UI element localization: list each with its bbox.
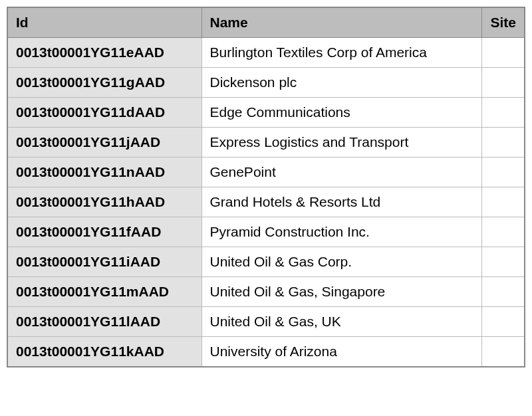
cell-id: 0013t00001YG11dAAD (7, 98, 201, 128)
table-row[interactable]: 0013t00001YG11eAADBurlington Textiles Co… (7, 38, 525, 68)
cell-site (482, 307, 525, 337)
cell-site (482, 38, 525, 68)
cell-id: 0013t00001YG11fAAD (7, 217, 201, 247)
table-row[interactable]: 0013t00001YG11dAADEdge Communications (7, 98, 525, 128)
cell-site (482, 128, 525, 157)
data-table-container: Id Name Site 0013t00001YG11eAADBurlingto… (7, 7, 525, 367)
table-row[interactable]: 0013t00001YG11jAADExpress Logistics and … (7, 128, 525, 157)
cell-site (482, 187, 525, 217)
table-row[interactable]: 0013t00001YG11fAADPyramid Construction I… (7, 217, 525, 247)
cell-name: Dickenson plc (201, 68, 482, 98)
cell-name: Edge Communications (201, 98, 482, 128)
cell-id: 0013t00001YG11eAAD (7, 38, 201, 68)
table-row[interactable]: 0013t00001YG11nAADGenePoint (7, 157, 525, 187)
cell-site (482, 247, 525, 277)
cell-site (482, 98, 525, 128)
table-row[interactable]: 0013t00001YG11kAADUniversity of Arizona (7, 337, 525, 367)
cell-name: University of Arizona (201, 337, 482, 367)
cell-site (482, 337, 525, 367)
cell-id: 0013t00001YG11iAAD (7, 247, 201, 277)
cell-name: Grand Hotels & Resorts Ltd (201, 187, 482, 217)
cell-name: United Oil & Gas Corp. (201, 247, 482, 277)
cell-name: GenePoint (201, 157, 482, 187)
cell-name: United Oil & Gas, UK (201, 307, 482, 337)
cell-id: 0013t00001YG11gAAD (7, 68, 201, 98)
cell-id: 0013t00001YG11mAAD (7, 277, 201, 307)
cell-id: 0013t00001YG11kAAD (7, 337, 201, 367)
table-row[interactable]: 0013t00001YG11lAADUnited Oil & Gas, UK (7, 307, 525, 337)
table-row[interactable]: 0013t00001YG11hAADGrand Hotels & Resorts… (7, 187, 525, 217)
data-table: Id Name Site 0013t00001YG11eAADBurlingto… (7, 7, 525, 367)
cell-id: 0013t00001YG11nAAD (7, 157, 201, 187)
cell-name: Express Logistics and Transport (201, 128, 482, 157)
table-body: 0013t00001YG11eAADBurlington Textiles Co… (7, 38, 525, 367)
cell-id: 0013t00001YG11hAAD (7, 187, 201, 217)
column-header-name[interactable]: Name (201, 7, 482, 38)
cell-site (482, 157, 525, 187)
table-row[interactable]: 0013t00001YG11mAADUnited Oil & Gas, Sing… (7, 277, 525, 307)
cell-name: Burlington Textiles Corp of America (201, 38, 482, 68)
cell-site (482, 68, 525, 98)
cell-name: Pyramid Construction Inc. (201, 217, 482, 247)
table-row[interactable]: 0013t00001YG11gAADDickenson plc (7, 68, 525, 98)
column-header-site[interactable]: Site (482, 7, 525, 38)
cell-site (482, 277, 525, 307)
cell-name: United Oil & Gas, Singapore (201, 277, 482, 307)
cell-id: 0013t00001YG11jAAD (7, 128, 201, 157)
table-header-row: Id Name Site (7, 7, 525, 38)
table-row[interactable]: 0013t00001YG11iAADUnited Oil & Gas Corp. (7, 247, 525, 277)
cell-site (482, 217, 525, 247)
cell-id: 0013t00001YG11lAAD (7, 307, 201, 337)
column-header-id[interactable]: Id (7, 7, 201, 38)
